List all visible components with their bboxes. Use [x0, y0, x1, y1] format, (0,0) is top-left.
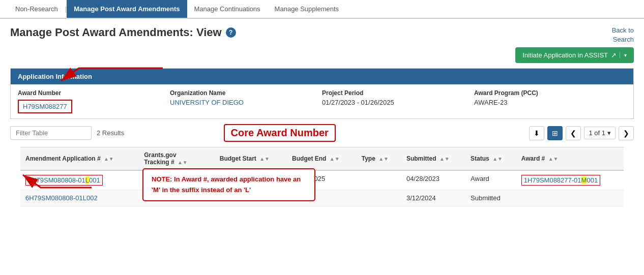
initiate-btn[interactable]: Initiate Application in ASSIST ↗ ▾ [515, 47, 634, 63]
col-type: Type ▲▼ [357, 147, 401, 171]
page-title: Manage Post Award Amendments: View ? [10, 26, 236, 39]
page-label: 1 of 1 [589, 129, 605, 137]
nav-manage-continuations[interactable]: Manage Continuations [187, 0, 268, 18]
project-period-col: Project Period 01/27/2023 - 01/26/2025 [322, 89, 474, 113]
col-status: Status ▲▼ [465, 147, 516, 171]
download-btn[interactable]: ⬇ [529, 126, 544, 140]
nav-manage-supplements[interactable]: Manage Supplements [268, 0, 346, 18]
app-info-body: Award Number H79SM088277 Organization Na… [11, 84, 633, 118]
top-nav: Non-Research | Manage Post Award Amendme… [0, 0, 644, 19]
back-to-search-link[interactable]: Back to Search [612, 26, 634, 44]
table-header-row: Amendment Application # ▲▼ Grants.govTra… [20, 147, 624, 171]
org-name-col: Organization Name UNIVERSITY OF DIEGO [170, 89, 322, 113]
annotation-text: Core Award Number [231, 127, 329, 138]
search-label: Search [613, 36, 634, 43]
note-box: NOTE: In Award #, awarded application ha… [142, 168, 315, 202]
header-right: Back to Search Initiate Application in A… [515, 26, 634, 63]
page-info: 1 of 1 ▾ [584, 127, 616, 139]
org-name-label: Organization Name [170, 89, 312, 97]
table-row: 1H79SM080808-01L001 GRANT13131313 01/27/… [20, 170, 624, 190]
sort-icon-status[interactable]: ▲▼ [492, 156, 503, 162]
award-number-label: Award Number [18, 89, 160, 97]
award-num-row1: 1H79SM088277-01M001 [516, 170, 624, 190]
sort-icon-award[interactable]: ▲▼ [548, 156, 559, 162]
award-program-value: AWARE-23 [474, 99, 616, 106]
project-period-label: Project Period [322, 89, 464, 97]
status-row1: Award [465, 170, 516, 190]
type-row2 [357, 190, 401, 206]
external-link-icon: ↗ [611, 51, 617, 59]
grid-view-btn[interactable]: ⊞ [547, 126, 563, 140]
table-controls: 2 Results Core Award Number ⬇ ⊞ ❮ 1 of 1… [0, 119, 644, 147]
filter-input[interactable] [10, 126, 92, 140]
type-row1 [357, 170, 401, 190]
table-right-controls: ⬇ ⊞ ❮ 1 of 1 ▾ ❯ [529, 126, 634, 140]
amendment-app-link-row1[interactable]: 1H79SM080808-01L001 [25, 175, 103, 186]
page-title-text: Manage Post Award Amendments: View [10, 26, 222, 39]
col-tracking: Grants.govTracking # ▲▼ [139, 147, 215, 171]
prev-page-btn[interactable]: ❮ [566, 126, 581, 140]
col-budget-start: Budget Start ▲▼ [215, 147, 287, 171]
table-row: 6H79SM080808-01L002 GRANT09090909 01/27/… [20, 190, 624, 206]
status-row2: Submitted [465, 190, 516, 206]
core-award-number-annotation: Core Award Number [224, 124, 336, 142]
table-wrapper: Amendment Application # ▲▼ Grants.govTra… [0, 147, 644, 206]
award-num-link-row1[interactable]: 1H79SM088277-01M001 [521, 175, 600, 186]
next-page-btn[interactable]: ❯ [619, 126, 634, 140]
org-name-value[interactable]: UNIVERSITY OF DIEGO [170, 99, 312, 106]
award-program-col: Award Program (PCC) AWARE-23 [474, 89, 626, 113]
amendment-app-link-row2[interactable]: 6H79SM080808-01L002 [25, 194, 98, 202]
initiate-btn-label: Initiate Application in ASSIST [522, 51, 608, 59]
col-award-num: Award # ▲▼ [516, 147, 624, 171]
col-budget-end: Budget End ▲▼ [287, 147, 357, 171]
help-icon[interactable]: ? [226, 27, 236, 38]
award-program-label: Award Program (PCC) [474, 89, 616, 97]
highlight-m-row1: M [581, 176, 587, 184]
col-submitted: Submitted ▲▼ [401, 147, 465, 171]
results-count: 2 Results [97, 129, 124, 137]
highlight-l-row1: L [85, 176, 89, 184]
project-period-value: 01/27/2023 - 01/26/2025 [322, 99, 464, 106]
app-info-header: Application Information [11, 69, 633, 84]
page-dropdown-icon[interactable]: ▾ [607, 129, 611, 137]
sort-icon-type[interactable]: ▲▼ [378, 156, 389, 162]
sort-icon-budget-start[interactable]: ▲▼ [259, 156, 270, 162]
note-text: NOTE: In Award #, awarded application ha… [152, 174, 306, 196]
award-number-value: H79SM088277 [18, 100, 72, 113]
col-amendment-app: Amendment Application # ▲▼ [20, 147, 139, 171]
award-number-col: Award Number H79SM088277 [18, 89, 170, 113]
sort-icon-amendment[interactable]: ▲▼ [104, 156, 114, 162]
amendments-table: Amendment Application # ▲▼ Grants.govTra… [20, 147, 624, 206]
sort-icon-tracking[interactable]: ▲▼ [178, 160, 188, 165]
sort-icon-submitted[interactable]: ▲▼ [440, 156, 450, 162]
sort-icon-budget-end[interactable]: ▲▼ [330, 156, 340, 162]
back-to-label: Back to [612, 26, 634, 34]
submitted-row1: 04/28/2023 [401, 170, 465, 190]
dropdown-arrow-icon[interactable]: ▾ [620, 52, 627, 58]
page-header: Manage Post Award Amendments: View ? Bac… [0, 19, 644, 68]
app-info-panel: Application Information Award Number H79… [10, 68, 634, 119]
award-num-row2 [516, 190, 624, 206]
nav-manage-amendments[interactable]: Manage Post Award Amendments [67, 0, 187, 18]
amendment-app-row1: 1H79SM080808-01L001 [20, 170, 139, 190]
amendment-app-row2: 6H79SM080808-01L002 [20, 190, 139, 206]
nav-non-research[interactable]: Non-Research [8, 0, 65, 18]
submitted-row2: 3/12/2024 [401, 190, 465, 206]
